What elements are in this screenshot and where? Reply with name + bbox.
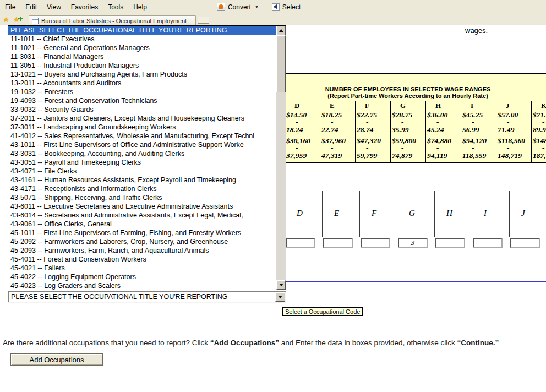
convert-dropdown-arrow-icon[interactable]: ▼: [255, 5, 259, 9]
wage-column: I$45.25-56.99$94,120-118,559: [461, 101, 496, 162]
occupation-option[interactable]: 45-4022 -- Logging Equipment Operators: [8, 273, 276, 281]
occupation-select[interactable]: PLEASE SELECT THE OCCUPATIONAL TITLE YOU…: [8, 291, 286, 303]
menu-item-tools[interactable]: Tools: [103, 1, 128, 13]
wage-column: D$14.50-18.24$30,160-37,959: [285, 101, 320, 162]
menu-items: FileEditViewFavoritesToolsHelp: [0, 1, 152, 13]
entry-input-cell: [472, 237, 509, 248]
favorites-bar: ★ ★ Bureau of Labor Statistics - Occupat…: [0, 14, 546, 25]
favorites-star-icon[interactable]: ★: [3, 15, 9, 24]
add-favorite-icon[interactable]: ★: [13, 15, 20, 24]
browser-window: FileEditViewFavoritesToolsHelp Convert ▼…: [0, 0, 546, 392]
occupation-option[interactable]: 13-2011 -- Accountants and Auditors: [8, 79, 276, 88]
employee-count-input[interactable]: [286, 238, 315, 248]
occupation-option[interactable]: 43-6011 -- Executive Secretaries and Exe…: [8, 202, 276, 211]
employee-count-input[interactable]: [435, 238, 465, 248]
wage-column-letter: F: [356, 101, 390, 110]
instruction-continue: “Continue.”: [457, 339, 499, 347]
wage-column: H$36.00-45.24$74,880-94,119: [425, 101, 461, 162]
select-button[interactable]: Select: [269, 2, 304, 12]
wage-column: J$57.00-71.49$118,560-148,719: [496, 101, 531, 162]
occupation-option[interactable]: 13-1021 -- Buyers and Purchasing Agents,…: [8, 70, 276, 79]
entry-column-letter: J: [509, 191, 546, 237]
employee-count-input[interactable]: [398, 238, 428, 248]
menu-item-favorites[interactable]: Favorites: [66, 1, 103, 13]
occupation-option[interactable]: 45-4021 -- Fallers: [8, 264, 276, 273]
occupation-select-value: PLEASE SELECT THE OCCUPATIONAL TITLE YOU…: [9, 292, 285, 301]
menu-item-view[interactable]: View: [42, 1, 66, 13]
wage-hourly-range: $57.00-71.49: [496, 110, 531, 135]
wage-column-letter: H: [426, 101, 461, 110]
occupation-option[interactable]: 43-4161 -- Human Resources Assistants, E…: [8, 176, 276, 184]
dropdown-scrollbar[interactable]: [276, 26, 286, 290]
occupation-option[interactable]: 11-3031 -- Financial Managers: [8, 52, 276, 61]
instruction-text: Are there additional occupations that yo…: [3, 339, 543, 347]
wage-annual-range: $74,880-94,119: [426, 135, 461, 162]
occupation-option[interactable]: 43-4171 -- Receptionists and Information…: [8, 184, 276, 193]
wage-column: K$71.50-89.99$148,720-187,199: [531, 101, 546, 162]
add-occupations-button[interactable]: Add Occupations: [10, 353, 103, 366]
occupation-option[interactable]: 43-9061 -- Office Clerks, General: [8, 220, 276, 228]
dropdown-arrow-icon: [278, 296, 282, 301]
wage-hourly-range: $45.25-56.99: [461, 110, 496, 135]
occupation-option[interactable]: 45-4023 -- Log Graders and Scalers: [8, 281, 276, 290]
scroll-up-button[interactable]: [276, 26, 286, 35]
wage-annual-range: $118,560-148,719: [496, 135, 531, 162]
wage-column: E$18.25-22.74$37,960-47,319: [320, 101, 355, 162]
occupation-option[interactable]: 11-1011 -- Chief Executives: [8, 35, 276, 43]
occupation-option[interactable]: 33-9032 -- Security Guards: [8, 105, 276, 114]
occupation-option[interactable]: 45-2092 -- Farmworkers and Laborers, Cro…: [8, 237, 276, 246]
wage-hourly-range: $14.50-18.24: [285, 110, 320, 135]
horizontal-rule: [249, 281, 546, 282]
occupation-option[interactable]: 43-6014 -- Secretaries and Administrativ…: [8, 211, 276, 220]
occupation-option[interactable]: 43-3051 -- Payroll and Timekeeping Clerk…: [8, 158, 276, 167]
wage-hourly-range: $18.25-22.74: [320, 110, 355, 135]
occupation-dropdown-list[interactable]: PLEASE SELECT THE OCCUPATIONAL TITLE YOU…: [8, 25, 286, 290]
occupation-option-selected[interactable]: PLEASE SELECT THE OCCUPATIONAL TITLE YOU…: [8, 26, 276, 35]
occupation-option[interactable]: 37-2011 -- Janitors and Cleaners, Except…: [8, 114, 276, 123]
occupation-option[interactable]: 37-3011 -- Landscaping and Groundskeepin…: [8, 123, 276, 132]
menu-item-help[interactable]: Help: [128, 1, 152, 13]
employee-count-input[interactable]: [473, 238, 503, 248]
wage-annual-range: $59,800-74,879: [391, 135, 425, 162]
occupation-option[interactable]: 41-4012 -- Sales Representatives, Wholes…: [8, 132, 276, 140]
occupation-option[interactable]: 11-1021 -- General and Operations Manage…: [8, 43, 276, 52]
menu-item-file[interactable]: File: [0, 1, 20, 13]
page-tab[interactable]: Bureau of Labor Statistics - Occupationa…: [29, 15, 196, 25]
up-arrow-icon: [279, 27, 283, 32]
scroll-down-button[interactable]: [276, 280, 286, 290]
wage-annual-range: $94,120-118,559: [461, 135, 496, 162]
occupation-option[interactable]: 43-3031 -- Bookkeeping, Accounting, and …: [8, 149, 276, 158]
occupation-option[interactable]: 45-2093 -- Farmworkers, Farm, Ranch, and…: [8, 246, 276, 255]
wage-ranges-table: NUMBER OF EMPLOYEES IN SELECTED WAGE RAN…: [249, 73, 546, 163]
scroll-thumb[interactable]: [276, 35, 286, 92]
select-dropdown-button[interactable]: [275, 292, 285, 302]
wage-column-letter: I: [461, 101, 496, 110]
select-label: Select: [282, 3, 301, 11]
occupation-option[interactable]: 43-5071 -- Shipping, Receiving, and Traf…: [8, 193, 276, 202]
entry-input-cell: [322, 237, 359, 248]
wage-annual-range: $37,960-47,319: [320, 135, 355, 162]
occupation-option[interactable]: 19-4093 -- Forest and Conservation Techn…: [8, 96, 276, 105]
employee-count-input[interactable]: [510, 238, 540, 248]
menu-item-edit[interactable]: Edit: [20, 1, 42, 13]
instruction-part1: Are there additional occupations that yo…: [3, 339, 210, 347]
convert-button[interactable]: Convert ▼: [214, 2, 262, 12]
occupation-option[interactable]: 19-1032 -- Foresters: [8, 88, 276, 96]
occupation-option[interactable]: 45-4011 -- Forest and Conservation Worke…: [8, 255, 276, 264]
employee-count-input[interactable]: [361, 238, 390, 248]
wage-annual-range: $148,720-187,199: [532, 135, 546, 162]
occupation-option[interactable]: 45-1011 -- First-Line Supervisors of Far…: [8, 228, 276, 237]
tooltip: Select a Occupational Code: [282, 307, 363, 316]
new-tab-button[interactable]: [198, 17, 209, 24]
entry-column-letter: E: [322, 191, 359, 237]
down-arrow-icon: [279, 284, 283, 288]
dropdown-options: PLEASE SELECT THE OCCUPATIONAL TITLE YOU…: [8, 26, 276, 290]
convert-label: Convert: [228, 3, 251, 11]
menu-bar: FileEditViewFavoritesToolsHelp Convert ▼…: [0, 0, 546, 14]
occupation-option[interactable]: 43-1011 -- First-Line Supervisors of Off…: [8, 140, 276, 149]
occupation-option[interactable]: 11-3051 -- Industrial Production Manager…: [8, 61, 276, 70]
employee-count-input[interactable]: [323, 238, 353, 248]
occupation-option[interactable]: 43-4071 -- File Clerks: [8, 167, 276, 176]
instruction-add-occupations: “Add Occupations”: [210, 339, 279, 347]
entry-input-cell: [509, 237, 546, 248]
